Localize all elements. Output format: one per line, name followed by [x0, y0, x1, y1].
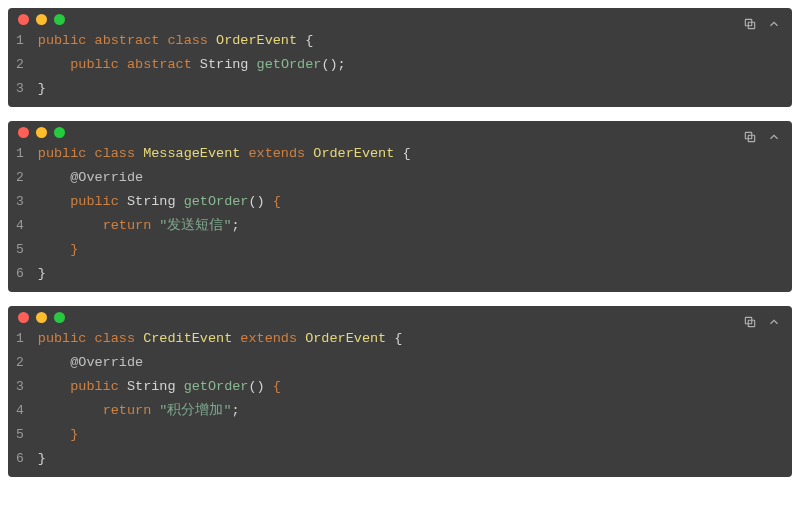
code-token: }	[38, 266, 46, 281]
code-token	[38, 355, 70, 370]
code-token: getOrder	[184, 194, 249, 209]
line-number: 4	[16, 399, 24, 423]
code-token: MessageEvent	[143, 146, 248, 161]
code-token: getOrder	[257, 57, 322, 72]
code-line: }	[38, 238, 792, 262]
line-number: 4	[16, 214, 24, 238]
code-token	[38, 194, 70, 209]
line-numbers: 123456	[8, 327, 38, 471]
yellow-dot-icon	[36, 312, 47, 323]
traffic-lights	[18, 312, 65, 323]
code-line: public class MessageEvent extends OrderE…	[38, 142, 792, 166]
code-lines: public abstract class OrderEvent { publi…	[38, 29, 792, 101]
code-block: 123456public class MessageEvent extends …	[8, 121, 792, 292]
code-token: OrderEvent	[216, 33, 305, 48]
code-line: @Override	[38, 166, 792, 190]
code-token: public	[70, 57, 127, 72]
code-line: @Override	[38, 351, 792, 375]
collapse-icon[interactable]	[766, 129, 782, 145]
code-block: 123public abstract class OrderEvent { pu…	[8, 8, 792, 107]
yellow-dot-icon	[36, 127, 47, 138]
code-token: ;	[232, 403, 240, 418]
code-token: CreditEvent	[143, 331, 240, 346]
code-token: class	[95, 146, 144, 161]
code-token: {	[305, 33, 313, 48]
code-line: public abstract String getOrder();	[38, 53, 792, 77]
line-number: 3	[16, 190, 24, 214]
code-block: 123456public class CreditEvent extends O…	[8, 306, 792, 477]
code-block-header	[8, 8, 792, 25]
code-body: 123456public class MessageEvent extends …	[8, 138, 792, 292]
code-line: public abstract class OrderEvent {	[38, 29, 792, 53]
yellow-dot-icon	[36, 14, 47, 25]
code-token: public	[70, 379, 127, 394]
collapse-icon[interactable]	[766, 16, 782, 32]
code-token	[38, 427, 70, 442]
code-token: getOrder	[184, 379, 249, 394]
traffic-lights	[18, 127, 65, 138]
code-token: {	[273, 194, 281, 209]
code-block-header	[8, 306, 792, 323]
line-number: 6	[16, 262, 24, 286]
copy-icon[interactable]	[742, 129, 758, 145]
code-token: @Override	[70, 355, 143, 370]
green-dot-icon	[54, 14, 65, 25]
code-line: }	[38, 262, 792, 286]
line-number: 1	[16, 327, 24, 351]
line-number: 2	[16, 53, 24, 77]
line-number: 2	[16, 166, 24, 190]
code-line: return "发送短信";	[38, 214, 792, 238]
green-dot-icon	[54, 127, 65, 138]
code-token: return	[103, 403, 160, 418]
code-token	[38, 403, 103, 418]
code-lines: public class MessageEvent extends OrderE…	[38, 142, 792, 286]
code-token	[38, 170, 70, 185]
line-number: 3	[16, 77, 24, 101]
line-number: 1	[16, 29, 24, 53]
red-dot-icon	[18, 312, 29, 323]
code-body: 123456public class CreditEvent extends O…	[8, 323, 792, 477]
code-token: OrderEvent	[305, 331, 394, 346]
code-token: String	[127, 194, 184, 209]
copy-icon[interactable]	[742, 16, 758, 32]
code-block-header	[8, 121, 792, 138]
line-number: 1	[16, 142, 24, 166]
code-body: 123public abstract class OrderEvent { pu…	[8, 25, 792, 107]
code-token: extends	[248, 146, 313, 161]
code-line: }	[38, 423, 792, 447]
code-token	[38, 242, 70, 257]
code-token: @Override	[70, 170, 143, 185]
code-token: ;	[232, 218, 240, 233]
copy-icon[interactable]	[742, 314, 758, 330]
collapse-icon[interactable]	[766, 314, 782, 330]
code-token: class	[167, 33, 216, 48]
line-number: 3	[16, 375, 24, 399]
green-dot-icon	[54, 312, 65, 323]
code-token: {	[394, 331, 402, 346]
line-numbers: 123	[8, 29, 38, 101]
code-token: }	[38, 451, 46, 466]
line-numbers: 123456	[8, 142, 38, 286]
line-number: 5	[16, 423, 24, 447]
code-token: String	[200, 57, 257, 72]
code-token: "积分增加"	[159, 403, 231, 418]
code-line: return "积分增加";	[38, 399, 792, 423]
code-token: extends	[240, 331, 305, 346]
code-line: public String getOrder() {	[38, 190, 792, 214]
code-token	[38, 379, 70, 394]
code-token: abstract	[127, 57, 200, 72]
red-dot-icon	[18, 127, 29, 138]
line-number: 2	[16, 351, 24, 375]
code-token: ()	[248, 194, 272, 209]
red-dot-icon	[18, 14, 29, 25]
code-token: OrderEvent	[313, 146, 402, 161]
code-token: }	[70, 427, 78, 442]
line-number: 6	[16, 447, 24, 471]
code-block-actions	[742, 314, 782, 330]
code-token: abstract	[95, 33, 168, 48]
code-line: }	[38, 447, 792, 471]
code-token: }	[70, 242, 78, 257]
code-line: public String getOrder() {	[38, 375, 792, 399]
traffic-lights	[18, 14, 65, 25]
line-number: 5	[16, 238, 24, 262]
